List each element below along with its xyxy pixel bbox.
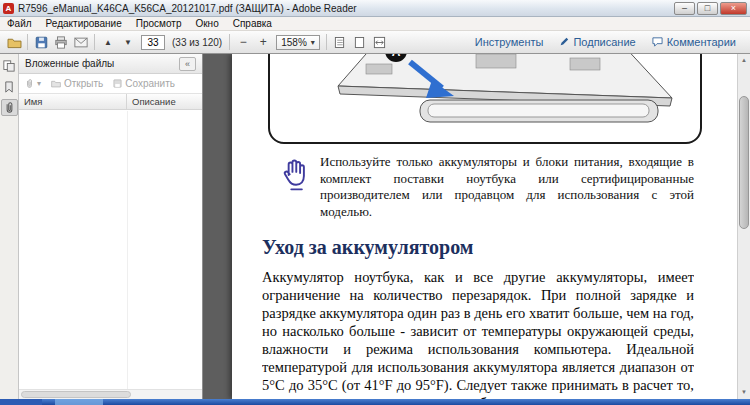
warning-hand-icon [278,156,312,192]
open-file-button[interactable] [4,33,24,51]
attachments-panel-title: Вложенные файлы [25,58,114,69]
scrolling-mode-button[interactable] [330,33,350,51]
save-attachment-button[interactable]: Сохранить [113,78,175,89]
sign-panel-label: Подписание [573,36,635,48]
paperclip-icon [4,101,15,114]
laptop-battery-illustration: A [270,54,700,142]
menu-bar: Файл Редактирование Просмотр Окно Справк… [0,17,750,31]
attachments-list[interactable] [19,111,202,389]
email-button[interactable] [71,33,91,51]
envelope-icon [74,37,88,48]
toolbar-right-panels: Инструменты Подписание Комментарии [475,36,746,48]
scroll-up-button[interactable]: ▲ [738,54,750,67]
print-button[interactable] [51,33,71,51]
navigation-pane-strip [0,54,19,399]
arrow-up-icon: ▲ [104,38,112,47]
fit-width-icon [373,36,386,49]
vertical-scrollbar[interactable]: ▲ ▼ [737,54,750,399]
page-count-label: (33 из 120) [172,37,222,48]
scrolling-page-icon [334,36,345,49]
toolbar-separator [326,34,327,50]
menu-file[interactable]: Файл [0,17,39,30]
battery-figure-box: A [268,54,702,144]
toolbar-separator [94,34,95,50]
window-title: R7596_eManual_K46CA_K56CA_20121017.pdf (… [18,3,357,14]
arrow-down-icon: ▼ [124,38,132,47]
windows-taskbar-edge [0,399,750,405]
attachments-column-headers: Имя Описание [19,94,202,110]
zoom-out-button[interactable]: − [233,33,253,51]
attachments-tab[interactable] [1,99,18,116]
maximize-button[interactable]: □ [697,2,718,15]
open-attachment-label: Открыть [64,78,103,89]
toolbar-separator [229,34,230,50]
minimize-button[interactable]: – [674,2,695,15]
bookmarks-tab[interactable] [1,78,18,95]
save-disk-icon [35,36,48,49]
section-body-text: Аккумулятор ноутбука, как и все другие а… [262,268,694,399]
panel-horizontal-scrollbar[interactable] [19,389,202,399]
attachments-panel-toolbar: ▾ Открыть Сохранить [19,74,202,94]
previous-page-button[interactable]: ▲ [98,33,118,51]
bookmark-icon [4,81,14,93]
single-page-button[interactable] [350,33,370,51]
save-attachment-icon [113,79,122,88]
comments-panel-label: Комментарии [667,36,736,48]
page-thumbnails-tab[interactable] [1,57,18,74]
sign-panel-button[interactable]: Подписание [559,36,635,48]
menu-window[interactable]: Окно [188,17,225,30]
callout-a-label: A [392,54,401,59]
chevron-down-icon: ▾ [311,38,315,47]
collapse-panel-button[interactable]: « [179,57,196,71]
panel-scrollbar-thumb[interactable] [21,391,131,398]
save-button[interactable] [31,33,51,51]
tools-panel-button[interactable]: Инструменты [475,36,544,48]
zoom-level-value: 158% [281,37,307,48]
scrollbar-thumb[interactable] [739,96,749,229]
zoom-in-button[interactable]: + [253,33,273,51]
content-area: Вложенные файлы « ▾ Открыть [0,54,750,399]
menu-view[interactable]: Просмотр [129,17,189,30]
section-heading: Уход за аккумулятором [262,236,473,259]
menu-edit[interactable]: Редактирование [39,17,129,30]
page-number-input[interactable] [141,35,165,50]
options-paperclip-icon [25,78,34,89]
open-attachment-button[interactable]: Открыть [51,78,103,89]
chevron-down-icon: ▾ [37,79,41,88]
attachments-panel-header: Вложенные файлы « [19,54,202,74]
zoom-in-icon: + [260,35,267,49]
warning-note-text: Используйте только аккумуляторы и блоки … [320,154,694,220]
single-page-icon [354,36,365,49]
fit-width-button[interactable] [370,33,390,51]
tools-panel-label: Инструменты [475,36,544,48]
adobe-reader-window: A R7596_eManual_K46CA_K56CA_20121017.pdf… [0,0,750,405]
title-bar: A R7596_eManual_K46CA_K56CA_20121017.pdf… [0,0,750,17]
column-header-name[interactable]: Имя [19,94,127,109]
pdf-page: A Используйте только аккумуляторы и блок… [232,54,737,399]
attachment-options-button[interactable]: ▾ [25,78,41,89]
open-attachment-icon [51,79,61,88]
scroll-down-button[interactable]: ▼ [738,386,750,399]
menu-help[interactable]: Справка [226,17,279,30]
column-header-description[interactable]: Описание [127,94,202,109]
column-divider [127,111,128,389]
document-viewer: A Используйте только аккумуляторы и блок… [203,54,750,399]
pen-icon [559,37,569,47]
close-button[interactable]: × [720,2,747,15]
page-thumbnails-icon [3,60,15,72]
next-page-button[interactable]: ▼ [118,33,138,51]
zoom-level-select[interactable]: 158% ▾ [276,35,320,50]
save-attachment-label: Сохранить [125,78,175,89]
taskbar-start-area [0,399,42,405]
comments-panel-button[interactable]: Комментарии [652,36,736,48]
window-controls: – □ × [674,2,747,15]
zoom-out-icon: − [240,35,247,49]
attachments-panel: Вложенные файлы « ▾ Открыть [19,54,203,399]
taskbar-button-fragment [55,399,103,405]
speech-bubble-icon [652,37,663,47]
folder-open-icon [7,36,22,49]
printer-icon [54,36,68,49]
adobe-reader-app-icon: A [3,3,14,14]
main-toolbar: ▲ ▼ (33 из 120) − + 158% ▾ [0,31,750,54]
toolbar-separator [27,34,28,50]
